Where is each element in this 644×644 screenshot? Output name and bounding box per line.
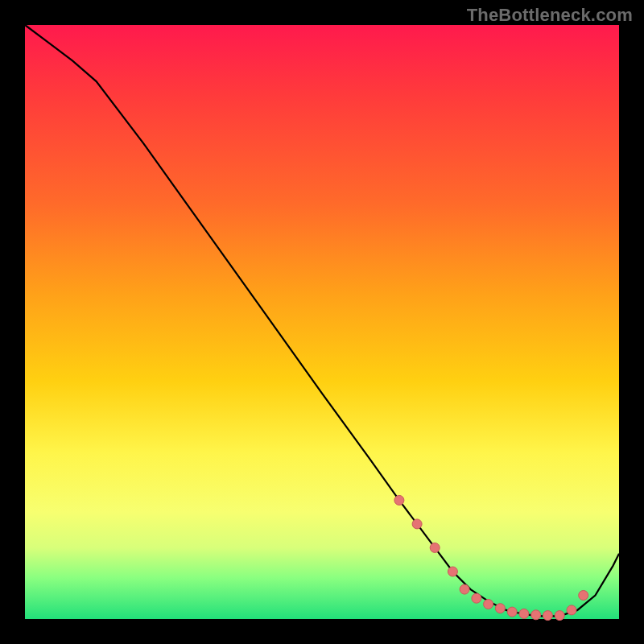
highlight-dot	[430, 543, 440, 552]
highlight-dot	[448, 567, 457, 576]
curve-layer	[25, 25, 619, 619]
watermark-label: TheBottleneck.com	[467, 5, 633, 26]
highlight-dot	[484, 600, 493, 609]
highlight-dot	[394, 495, 404, 505]
highlight-dot	[472, 593, 481, 603]
highlight-dot	[412, 519, 422, 529]
highlight-dot	[531, 610, 541, 620]
highlight-dot	[507, 607, 517, 617]
optimal-range-dots	[394, 495, 588, 620]
highlight-dot	[579, 591, 588, 601]
highlight-dot	[555, 611, 564, 621]
highlight-dot	[495, 604, 505, 613]
highlight-dot	[460, 584, 469, 594]
highlight-dot	[519, 609, 529, 618]
highlight-dot	[567, 605, 576, 615]
bottleneck-curve	[25, 25, 619, 616]
plot-area	[25, 25, 619, 619]
highlight-dot	[543, 611, 552, 621]
chart-frame: TheBottleneck.com	[0, 0, 644, 644]
